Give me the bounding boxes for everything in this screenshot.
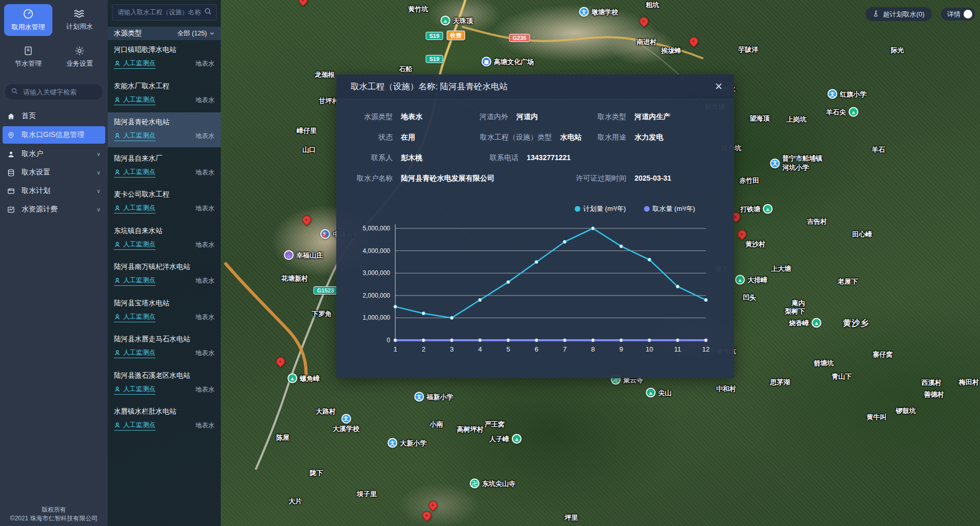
station-search[interactable] bbox=[112, 4, 217, 21]
sidebar-item-user[interactable]: 取水户∨ bbox=[0, 145, 108, 163]
map-poi-school[interactable]: 文大新小学 bbox=[388, 438, 427, 448]
monitor-tag[interactable]: 人工监测点 bbox=[114, 168, 156, 178]
list-item[interactable]: 水唇镇水栏肚水电站人工监测点地表水 bbox=[108, 402, 221, 437]
map-place-label: 小南 bbox=[430, 420, 443, 429]
intake-pin-icon[interactable] bbox=[300, 213, 313, 226]
map-poi-school[interactable]: 文大溪学校 bbox=[333, 414, 359, 434]
toggle-knob[interactable] bbox=[964, 10, 972, 18]
school-icon: 文 bbox=[414, 392, 424, 402]
water-source-filter[interactable]: 水源类型 全部 (125) bbox=[108, 27, 221, 40]
module-tile-meter[interactable]: 取用水管理 bbox=[4, 4, 52, 36]
module-label: 业务设置 bbox=[66, 59, 93, 68]
list-item[interactable]: 陆河县南万镇杞洋水电站人工监测点地表水 bbox=[108, 257, 221, 292]
list-item[interactable]: 河口镇唱歌潭水电站人工监测点地表水 bbox=[108, 40, 221, 75]
intake-pin-icon[interactable] bbox=[420, 509, 433, 521]
map-poi-label: 普宁市船埔镇河坑小学 bbox=[782, 154, 822, 172]
sidebar-item-pin[interactable]: 取水口GIS信息管理 bbox=[3, 126, 105, 144]
monitor-tag[interactable]: 人工监测点 bbox=[114, 385, 156, 395]
over-plan-intake-button[interactable]: 超计划取水(0) bbox=[866, 7, 932, 21]
sidebar-item-bill[interactable]: 水资源计费∨ bbox=[0, 200, 108, 219]
list-item[interactable]: 陆河县自来水厂人工监测点地表水 bbox=[108, 149, 221, 184]
sidebar-item-db[interactable]: 取水设置∨ bbox=[0, 163, 108, 182]
chevron-down-icon: ∨ bbox=[97, 206, 101, 213]
menu-label: 首页 bbox=[22, 111, 36, 121]
field-phone: 联系电话13432771221 bbox=[457, 153, 571, 163]
close-icon[interactable]: ✕ bbox=[715, 81, 723, 92]
list-item[interactable]: 陆河县激石溪老区水电站人工监测点地表水 bbox=[108, 366, 221, 401]
map-poi-mountain[interactable]: ▲羊石尖 bbox=[826, 107, 858, 117]
map-poi-resort[interactable]: ⌂幸福山庄 bbox=[284, 250, 323, 260]
sidebar-item-home[interactable]: 首页 bbox=[0, 107, 108, 125]
school-icon: 文 bbox=[770, 159, 780, 168]
intake-pin-icon[interactable] bbox=[736, 228, 748, 240]
person-icon bbox=[114, 277, 121, 284]
list-item[interactable]: 友能水厂取水工程人工监测点地表水 bbox=[108, 76, 221, 111]
monitor-tag[interactable]: 人工监测点 bbox=[114, 95, 156, 105]
module-tile-waves[interactable]: 计划用水 bbox=[55, 4, 104, 36]
map-poi-mountain[interactable]: ▲烧香嶂 bbox=[789, 318, 821, 328]
modal-title: 取水工程（设施）名称: 陆河县青砼水电站 bbox=[351, 81, 508, 92]
map-poi-mountain[interactable]: ▲人子嶂 bbox=[489, 434, 522, 444]
station-search-input[interactable] bbox=[117, 8, 204, 16]
map-poi-mountain[interactable]: ▲天珠顶 bbox=[440, 16, 473, 26]
map-poi-culture[interactable]: ▦高塘文化广场 bbox=[482, 57, 534, 67]
map-poi-school[interactable]: 文红旗小学 bbox=[828, 89, 867, 99]
module-tile-gear[interactable]: 业务设置 bbox=[55, 41, 104, 73]
map-place-label: 思茅湖 bbox=[770, 378, 790, 387]
station-name: 东坑镇自来水站 bbox=[114, 226, 215, 236]
monitor-tag[interactable]: 人工监测点 bbox=[114, 240, 156, 250]
map-poi-school[interactable]: 文福新小学 bbox=[414, 392, 453, 402]
station-name: 友能水厂取水工程 bbox=[114, 82, 215, 91]
list-item[interactable]: 陆河县青砼水电站人工监测点地表水 bbox=[108, 112, 221, 147]
station-list: 河口镇唱歌潭水电站人工监测点地表水友能水厂取水工程人工监测点地表水陆河县青砼水电… bbox=[108, 40, 221, 526]
mountain-icon: ▲ bbox=[763, 204, 773, 214]
map-poi-school[interactable]: 文墩塘学校 bbox=[579, 7, 618, 17]
intake-pin-icon[interactable] bbox=[687, 35, 700, 47]
road-badge: S19 bbox=[426, 32, 443, 40]
monitor-tag[interactable]: 人工监测点 bbox=[114, 131, 156, 141]
list-item[interactable]: 麦卡公司取水工程人工监测点地表水 bbox=[108, 185, 221, 220]
module-tile-doc[interactable]: 节水管理 bbox=[4, 41, 52, 73]
list-item[interactable]: 陆河县宝塔水电站人工监测点地表水 bbox=[108, 294, 221, 328]
monitor-tag[interactable]: 人工监测点 bbox=[114, 313, 156, 322]
list-item[interactable]: 东坑镇自来水站人工监测点地表水 bbox=[108, 221, 221, 256]
map-place-label: 田心嶂 bbox=[852, 230, 872, 239]
map-poi-mountain[interactable]: ▲打铁塘 bbox=[740, 204, 773, 214]
monitor-tag[interactable]: 人工监测点 bbox=[114, 59, 156, 69]
map-place-label: 梨树下 bbox=[785, 307, 805, 316]
road-badge: S19 bbox=[426, 55, 443, 63]
field-water-use: 取水用途水力发电 bbox=[570, 133, 663, 142]
map-poi-mountain[interactable]: ▲螺角嶂 bbox=[287, 374, 320, 383]
intake-pin-icon[interactable] bbox=[638, 15, 650, 27]
person-icon bbox=[114, 169, 121, 176]
svg-text:4,000,000: 4,000,000 bbox=[363, 247, 391, 255]
sidebar-item-plan[interactable]: 取水计划∨ bbox=[0, 182, 108, 200]
field-contact: 联系人彭木桃 bbox=[341, 153, 422, 163]
map-place-label: 芋陂洋 bbox=[738, 45, 758, 54]
search-icon[interactable] bbox=[204, 8, 212, 17]
person-icon bbox=[114, 349, 121, 356]
sidebar-search[interactable] bbox=[5, 84, 103, 100]
map-poi-mountain[interactable]: ▲尖山 bbox=[646, 388, 671, 398]
intake-pin-icon[interactable] bbox=[274, 355, 286, 367]
intake-pin-icon[interactable] bbox=[297, 0, 309, 7]
station-list-panel: 水源类型 全部 (125) 河口镇唱歌潭水电站人工监测点地表水友能水厂取水工程人… bbox=[108, 0, 221, 526]
mountain-icon: ▲ bbox=[512, 434, 522, 444]
detail-toggle[interactable]: 详情 bbox=[941, 8, 975, 21]
map-poi-temple[interactable]: 卍东坑尖山寺 bbox=[470, 479, 515, 489]
monitor-tag[interactable]: 人工监测点 bbox=[114, 348, 156, 358]
sidebar-search-input[interactable] bbox=[22, 88, 101, 96]
monitor-tag[interactable]: 人工监测点 bbox=[114, 204, 156, 213]
map-place-label: 下罗角 bbox=[312, 309, 332, 319]
monitor-tag[interactable]: 人工监测点 bbox=[114, 276, 156, 286]
map-poi-school[interactable]: 文普宁市船埔镇河坑小学 bbox=[770, 154, 822, 172]
station-name: 麦卡公司取水工程 bbox=[114, 190, 215, 199]
map-place-label: 箭塘坑 bbox=[814, 359, 834, 368]
intake-pin-icon[interactable] bbox=[427, 499, 439, 511]
station-name: 河口镇唱歌潭水电站 bbox=[114, 45, 215, 54]
list-item[interactable]: 陆河县水唇走马石水电站人工监测点地表水 bbox=[108, 329, 221, 364]
map-poi-mountain[interactable]: ▲大排嶂 bbox=[735, 275, 767, 285]
intake-line-chart: 01,000,0002,000,0003,000,0004,000,0005,0… bbox=[352, 200, 718, 369]
monitor-tag[interactable]: 人工监测点 bbox=[114, 421, 156, 431]
map-place-label: 严王窝 bbox=[485, 420, 505, 429]
